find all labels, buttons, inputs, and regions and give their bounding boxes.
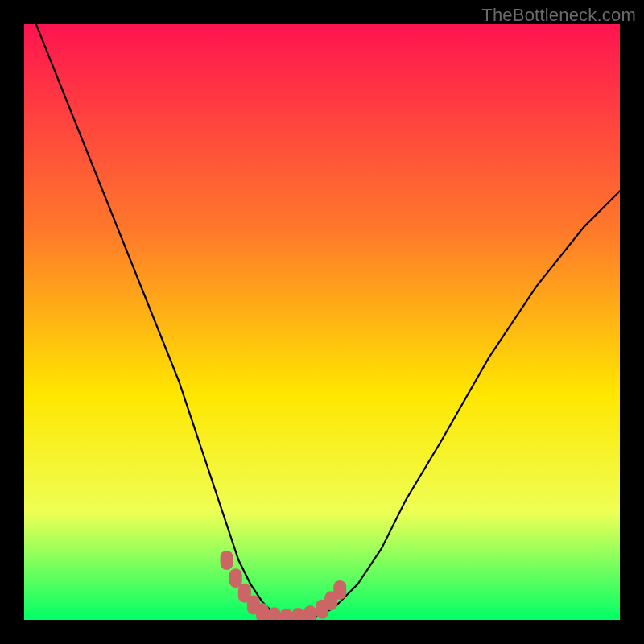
marker-dot	[268, 607, 281, 620]
marker-dot	[333, 580, 346, 600]
marker-dot	[303, 605, 316, 620]
gradient-background	[24, 24, 620, 620]
marker-dot	[256, 603, 269, 620]
marker-dot	[221, 551, 233, 570]
plot-area	[24, 24, 620, 620]
marker-dot	[229, 568, 242, 588]
bottleneck-chart-svg	[24, 24, 620, 620]
watermark-text: TheBottleneck.com	[481, 5, 636, 26]
chart-frame: TheBottleneck.com	[0, 0, 644, 644]
